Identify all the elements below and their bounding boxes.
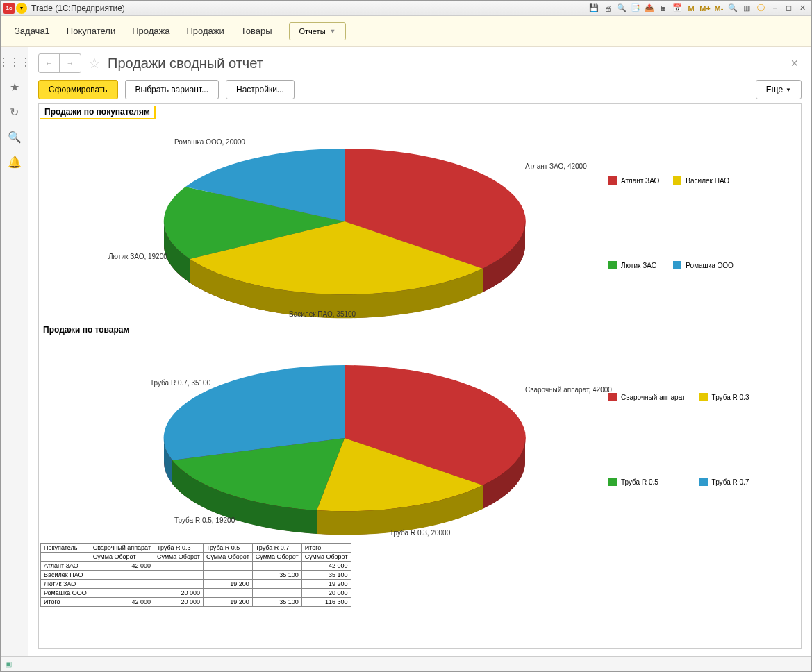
chart1-pie: Атлант ЗАО, 42000 Василек ПАО, 35100 Лют…	[39, 121, 608, 322]
cell-value	[203, 589, 252, 598]
close-window-icon[interactable]: ✕	[796, 2, 809, 15]
legend-swatch	[608, 176, 617, 185]
chart2-label-truba03: Труба R 0.3, 20000	[390, 529, 450, 537]
menu-goods[interactable]: Товары	[241, 26, 272, 36]
chart2-label-truba07: Труба R 0.7, 35100	[150, 379, 210, 387]
table-row: Лютик ЗАО19 20019 200	[41, 580, 351, 589]
info-icon[interactable]: ⓘ	[754, 2, 767, 15]
cell-value	[203, 571, 252, 580]
chart1-title: Продажи по покупателям	[40, 106, 156, 119]
chevron-down-icon: ▼	[330, 28, 336, 35]
apps-icon[interactable]: ⋮⋮⋮	[8, 55, 22, 69]
legend-label: Ромашка ООО	[686, 262, 734, 269]
variant-button[interactable]: Выбрать вариант...	[125, 80, 219, 99]
cell-name: Атлант ЗАО	[41, 562, 90, 571]
cell-value	[252, 580, 301, 589]
chart2-label-svaroch: Сварочный аппарат, 42000	[525, 386, 612, 394]
maximize-icon[interactable]: ◻	[782, 2, 795, 15]
dropdown-icon[interactable]: ▾	[16, 3, 27, 14]
cell-value: 19 200	[203, 598, 252, 607]
nav-forward-icon[interactable]: →	[60, 54, 81, 72]
status-icon: ▣	[5, 660, 12, 669]
legend-label: Труба R 0.7	[712, 478, 749, 486]
chevron-down-icon: ▼	[786, 87, 791, 93]
cell-value	[154, 580, 204, 589]
calc-icon[interactable]: 🖩	[657, 2, 670, 15]
cell-value	[90, 571, 154, 580]
star-icon[interactable]: ★	[8, 80, 22, 94]
legend-swatch	[608, 393, 617, 401]
chart2-pie: Сварочный аппарат, 42000 Труба R 0.3, 20…	[39, 337, 608, 539]
zoom-in-icon[interactable]: 🔍	[727, 2, 739, 15]
table-row: Атлант ЗАО42 00042 000	[41, 562, 351, 571]
menu-reports-label: Отчеты	[299, 27, 326, 35]
cell-value	[203, 562, 252, 571]
menu-sale[interactable]: Продажа	[132, 26, 169, 36]
cell-value	[90, 580, 154, 589]
legend-swatch	[699, 478, 708, 486]
th-sub: Сумма Оборот	[252, 553, 301, 562]
table-row: Ромашка ООО20 00020 000	[41, 589, 351, 598]
cell-value: 35 100	[252, 571, 301, 580]
th-col: Труба R 0.3	[154, 544, 204, 553]
cell-value	[154, 571, 204, 580]
cell-value	[252, 562, 301, 571]
cell-name: Ромашка ООО	[41, 589, 90, 598]
more-button[interactable]: Еще ▼	[756, 80, 802, 99]
legend-label: Атлант ЗАО	[621, 177, 659, 185]
window-title: Trade (1С:Предприятие)	[31, 3, 125, 13]
panes-icon[interactable]: ▥	[740, 2, 753, 15]
menu-sales[interactable]: Продажи	[186, 26, 224, 36]
page-header: ← → ☆ Продажи сводный отчет ✕	[38, 53, 802, 73]
more-label: Еще	[766, 85, 783, 94]
m-plus-icon[interactable]: M+	[699, 2, 711, 15]
legend-label: Василек ПАО	[686, 177, 729, 185]
legend-swatch	[699, 393, 708, 401]
chart1-label-vasilek: Василек ПАО, 35100	[289, 310, 356, 318]
cell-value: 19 200	[203, 580, 252, 589]
menu-buyers[interactable]: Покупатели	[67, 26, 115, 36]
search-icon[interactable]: 🔍	[8, 130, 22, 144]
history-icon[interactable]: ↻	[8, 105, 22, 119]
cell-value: 42 000	[90, 598, 154, 607]
settings-button[interactable]: Настройки...	[226, 80, 295, 99]
minimize-icon[interactable]: －	[768, 2, 781, 15]
chart1-label-lyutik: Лютик ЗАО, 19200	[108, 253, 167, 260]
cell-name: Василек ПАО	[41, 571, 90, 580]
m-minus-icon[interactable]: M-	[713, 2, 725, 15]
chart1-legend: Атлант ЗАО Василек ПАО Лютик ЗАО Ромашка…	[608, 121, 734, 269]
legend-label: Лютик ЗАО	[621, 262, 656, 269]
chart2-title: Продажи по товарам	[39, 322, 801, 337]
bell-icon[interactable]: 🔔	[8, 155, 22, 169]
toolbar: Сформировать Выбрать вариант... Настройк…	[38, 80, 802, 99]
legend-swatch	[673, 261, 681, 269]
th-col: Труба R 0.7	[252, 544, 301, 553]
legend-swatch	[673, 176, 681, 185]
app-icon: 1c	[3, 3, 15, 14]
favorite-star-icon[interactable]: ☆	[88, 55, 101, 72]
cell-value: 35 100	[252, 598, 301, 607]
compare-icon[interactable]: 📑	[629, 2, 642, 15]
send-icon[interactable]: 📤	[643, 2, 656, 15]
menu-task[interactable]: Задача1	[15, 26, 50, 36]
chart1-label-atlant: Атлант ЗАО, 42000	[525, 162, 587, 170]
save-icon[interactable]: 💾	[588, 2, 600, 15]
report-area: Продажи по покупателям	[38, 103, 802, 649]
nav-back-icon[interactable]: ←	[39, 54, 60, 72]
m-icon[interactable]: M	[685, 2, 697, 15]
cell-name: Лютик ЗАО	[41, 580, 90, 589]
menubar: Задача1 Покупатели Продажа Продажи Товар…	[1, 16, 811, 47]
sidebar: ⋮⋮⋮ ★ ↻ 🔍 🔔	[1, 47, 28, 656]
calendar-icon[interactable]: 📅	[671, 2, 683, 15]
th-sub: Сумма Оборот	[301, 553, 351, 562]
preview-icon[interactable]: 🔍	[615, 2, 628, 15]
close-page-icon[interactable]: ✕	[788, 55, 802, 72]
titlebar-tools: 💾 🖨 🔍 📑 📤 🖩 📅 M M+ M- 🔍 ▥ ⓘ － ◻ ✕	[588, 2, 809, 15]
data-table: Покупатель Сварочный аппарат Труба R 0.3…	[40, 543, 351, 607]
legend-label: Труба R 0.3	[712, 394, 749, 401]
menu-reports-button[interactable]: Отчеты ▼	[289, 22, 347, 40]
legend-swatch	[608, 261, 617, 269]
print-icon[interactable]: 🖨	[602, 2, 614, 15]
form-button[interactable]: Сформировать	[38, 80, 118, 99]
cell-value: 35 100	[301, 571, 351, 580]
